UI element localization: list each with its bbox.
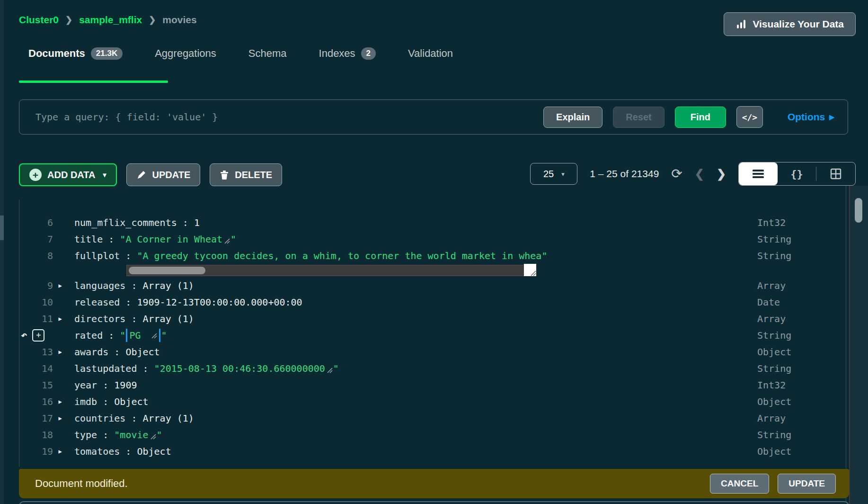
chevron-down-icon: ▾ bbox=[103, 171, 106, 179]
query-input[interactable]: Type a query: { field: 'value' } bbox=[35, 111, 543, 123]
export-query-code-button[interactable]: </> bbox=[736, 106, 763, 128]
field-value: movie bbox=[120, 429, 148, 441]
line-number: 6 bbox=[19, 217, 53, 228]
document-field-list: 6num_mflix_comments : 1Int327title : "A … bbox=[19, 214, 846, 459]
field-type: Array bbox=[757, 280, 786, 291]
field-separator: : bbox=[125, 413, 142, 424]
open-quote: " bbox=[154, 363, 160, 374]
document-row: 13▶awards : ObjectObject bbox=[19, 343, 846, 360]
undo-icon[interactable]: ↶ bbox=[21, 330, 27, 341]
horizontal-scrollbar[interactable] bbox=[126, 265, 535, 276]
field-value: 2015-08-13 00:46:30.660000000 bbox=[160, 363, 325, 374]
tab-aggregations[interactable]: Aggregations bbox=[155, 47, 216, 60]
braces-icon: {} bbox=[790, 168, 803, 180]
documents-count-badge: 21.3K bbox=[91, 47, 123, 60]
find-button[interactable]: Find bbox=[675, 107, 726, 128]
expand-caret-icon[interactable]: ▶ bbox=[53, 315, 67, 322]
list-view-icon bbox=[752, 169, 764, 179]
horizontal-scrollbar-thumb[interactable] bbox=[129, 267, 205, 274]
query-bar: Type a query: { field: 'value' } Explain… bbox=[19, 99, 848, 135]
expand-caret-icon[interactable]: ▶ bbox=[53, 349, 67, 355]
next-document-card-edge bbox=[19, 501, 849, 504]
add-data-button[interactable]: + ADD DATA ▾ bbox=[19, 163, 117, 186]
update-button[interactable]: UPDATE bbox=[126, 163, 201, 186]
tab-indexes[interactable]: Indexes 2 bbox=[319, 47, 376, 60]
field-type: String bbox=[757, 363, 791, 374]
line-number: 9 bbox=[19, 280, 53, 291]
field-row-content: directors : Array (1) bbox=[74, 313, 194, 324]
tab-schema[interactable]: Schema bbox=[248, 47, 287, 60]
field-value: 1909 bbox=[114, 379, 137, 391]
previous-page-button[interactable]: ❮ bbox=[695, 167, 704, 180]
field-separator: : bbox=[120, 250, 137, 261]
visualize-your-data-button[interactable]: Visualize Your Data bbox=[724, 12, 856, 36]
json-view-button[interactable]: {} bbox=[778, 162, 816, 185]
chevron-right-icon: ❯ bbox=[65, 15, 72, 25]
tab-documents-label: Documents bbox=[28, 47, 85, 60]
expand-caret-icon[interactable]: ▶ bbox=[53, 282, 67, 289]
refresh-icon[interactable]: ⟳ bbox=[671, 167, 682, 180]
list-view-button[interactable] bbox=[739, 162, 778, 185]
edit-pencil-icon[interactable] bbox=[327, 364, 333, 376]
line-number: 19 bbox=[19, 446, 53, 457]
add-field-button[interactable]: + bbox=[32, 329, 44, 342]
expand-caret-icon[interactable]: ▶ bbox=[53, 398, 67, 405]
field-name: rated bbox=[74, 330, 103, 341]
breadcrumb-database[interactable]: sample_mflix bbox=[79, 14, 142, 26]
field-separator: : bbox=[103, 330, 120, 341]
update-label: UPDATE bbox=[152, 170, 191, 180]
field-row-content: imdb : Object bbox=[74, 396, 149, 407]
document-modified-banner: Document modified. CANCEL UPDATE bbox=[19, 469, 849, 498]
expand-caret-icon[interactable]: ▶ bbox=[53, 415, 67, 422]
value-edit-input[interactable]: PG bbox=[126, 329, 160, 342]
delete-button[interactable]: DELETE bbox=[210, 163, 282, 186]
indexes-count-badge: 2 bbox=[361, 47, 376, 60]
next-page-button[interactable]: ❯ bbox=[717, 167, 726, 180]
line-number: 7 bbox=[19, 234, 53, 245]
line-number: 13 bbox=[19, 346, 53, 358]
field-name: countries bbox=[74, 413, 125, 424]
field-separator: : bbox=[97, 429, 114, 441]
document-row: 16▶imdb : ObjectObject bbox=[19, 393, 846, 410]
field-name: lastupdated bbox=[74, 363, 137, 374]
field-row-content: awards : Object bbox=[74, 346, 160, 358]
tab-documents[interactable]: Documents 21.3K bbox=[28, 47, 123, 60]
vertical-scrollbar[interactable] bbox=[849, 186, 868, 504]
field-separator: : bbox=[137, 363, 154, 374]
page-size-select[interactable]: 25 ▾ bbox=[530, 163, 577, 185]
field-type: Object bbox=[757, 446, 791, 457]
field-row-content: num_mflix_comments : 1 bbox=[74, 217, 200, 228]
cancel-button[interactable]: CANCEL bbox=[710, 474, 769, 494]
delete-label: DELETE bbox=[235, 170, 272, 180]
explain-button[interactable]: Explain bbox=[543, 107, 602, 128]
field-value: 1909-12-13T00:00:00.000+00:00 bbox=[137, 297, 302, 308]
open-quote: " bbox=[120, 330, 125, 341]
options-toggle[interactable]: Options ▶ bbox=[788, 111, 834, 123]
table-view-button[interactable] bbox=[816, 162, 855, 185]
textarea-resize-handle[interactable] bbox=[524, 264, 536, 276]
tab-validation[interactable]: Validation bbox=[408, 47, 453, 60]
pencil-icon bbox=[136, 170, 147, 180]
options-expand-icon: ▶ bbox=[829, 113, 834, 121]
field-type: String bbox=[757, 234, 791, 245]
update-document-button[interactable]: UPDATE bbox=[778, 474, 836, 494]
field-type: Array bbox=[757, 413, 786, 424]
edit-pencil-icon[interactable] bbox=[150, 431, 156, 442]
view-switcher: {} bbox=[738, 162, 856, 186]
field-row-content: tomatoes : Object bbox=[74, 446, 171, 457]
reset-button[interactable]: Reset bbox=[613, 107, 664, 128]
expand-caret-icon[interactable]: ▶ bbox=[53, 448, 67, 455]
document-row: ↶+rated : "PG"String bbox=[19, 327, 846, 343]
left-panel-scrollbar-thumb[interactable] bbox=[0, 216, 4, 240]
field-name: fullplot bbox=[74, 250, 120, 261]
field-value: A Corner in Wheat bbox=[125, 234, 222, 245]
field-name: title bbox=[74, 234, 103, 245]
line-number: 11 bbox=[19, 313, 53, 324]
vertical-scrollbar-thumb[interactable] bbox=[855, 198, 862, 223]
field-separator: : bbox=[103, 234, 120, 245]
breadcrumb-collection: movies bbox=[162, 14, 196, 26]
edit-pencil-icon[interactable] bbox=[224, 235, 230, 246]
breadcrumb-cluster[interactable]: Cluster0 bbox=[19, 14, 59, 26]
code-icon: </> bbox=[742, 112, 758, 122]
resize-grip-icon[interactable] bbox=[151, 330, 157, 341]
